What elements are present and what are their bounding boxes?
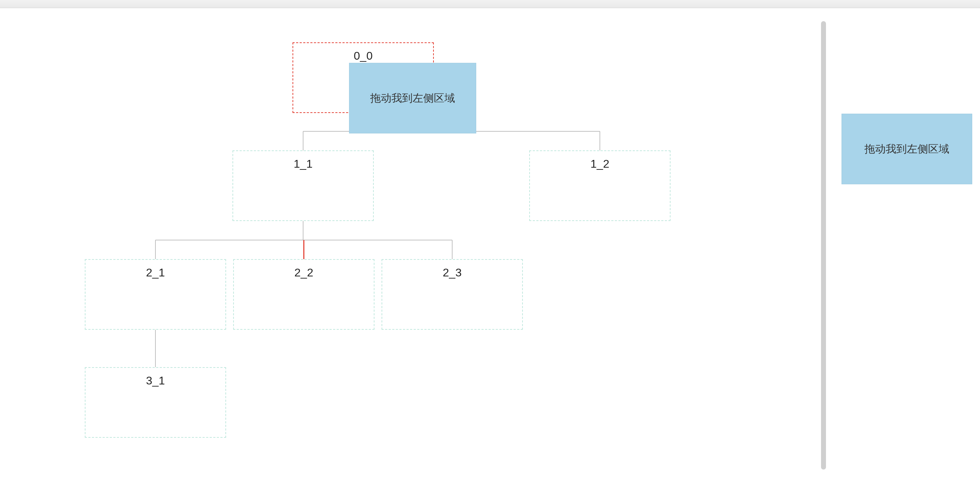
tree-node-2_1[interactable]: 2_1 [85,259,226,330]
tree-node-label: 2_2 [294,266,313,279]
tree-node-3_1[interactable]: 3_1 [85,367,226,438]
palette-drag-source[interactable]: 拖动我到左侧区域 [842,114,972,184]
canvas-scrollbar-thumb[interactable] [821,21,826,469]
dragging-card-label: 拖动我到左侧区域 [370,91,455,106]
tree-node-1_1[interactable]: 1_1 [232,151,374,221]
browser-bookmark-bar [0,0,980,8]
palette-panel: 拖动我到左侧区域 [834,8,980,488]
tree-node-label: 1_1 [294,157,312,170]
tree-node-label: 1_2 [590,157,609,170]
dragging-card[interactable]: 拖动我到左侧区域 [349,63,476,133]
tree-node-2_2[interactable]: 2_2 [233,259,374,330]
tree-node-label: 3_1 [146,374,165,387]
tree-node-label: 2_1 [146,266,165,279]
tree-node-1_2[interactable]: 1_2 [529,151,671,221]
tree-node-2_3[interactable]: 2_3 [382,259,523,330]
tree-node-label: 2_3 [443,266,461,279]
tree-node-label: 0_0 [354,49,372,62]
tree-canvas[interactable]: 0_0 1_1 1_2 2_1 2_2 2_3 3_1 拖动我到左侧区域 [0,8,823,488]
canvas-scrollbar[interactable] [821,21,826,469]
page: 0_0 1_1 1_2 2_1 2_2 2_3 3_1 拖动我到左侧区域 [0,0,980,490]
palette-drag-source-label: 拖动我到左侧区域 [864,142,949,156]
